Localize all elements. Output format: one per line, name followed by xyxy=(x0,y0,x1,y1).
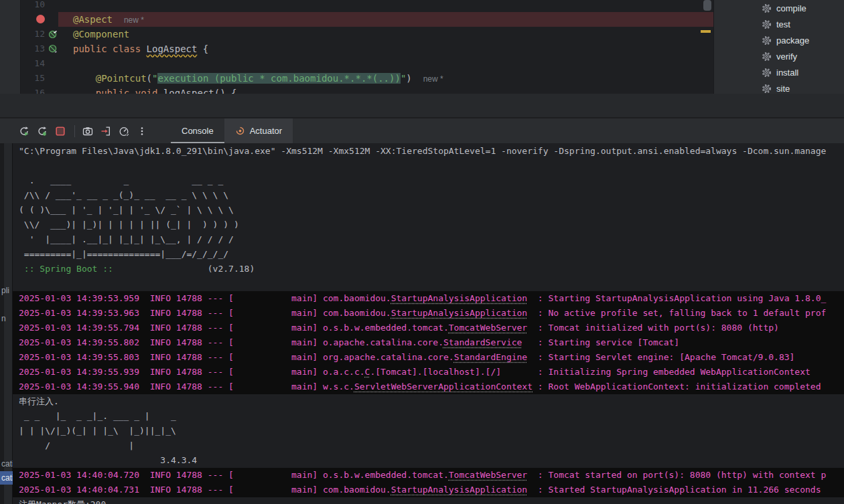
test-passed-icon[interactable] xyxy=(45,27,58,41)
services-tree-item[interactable]: pli xyxy=(0,284,13,297)
console-line: | | |\/|_)(_| | |_\ |_)||_|_\ xyxy=(13,424,844,438)
toolbar-separator xyxy=(74,125,75,137)
console-text: 2025-01-03 14:39:55.802 INFO 14788 --- [… xyxy=(19,337,443,347)
change-marker xyxy=(701,30,711,33)
console-line: 2025-01-03 14:39:55.803 INFO 14788 --- [… xyxy=(13,350,844,365)
class-hyperlink[interactable]: StartupAnalysisApplication xyxy=(391,293,528,303)
tab-actuator-label: Actuator xyxy=(250,126,282,136)
editor-line: 13public class LogAspect { xyxy=(21,41,713,56)
console-line: 2025-01-03 14:39:55.939 INFO 14788 --- [… xyxy=(13,365,844,380)
console-text: 2025-01-03 14:39:55.940 INFO 14788 --- [… xyxy=(19,382,354,392)
maven-panel: compiletestpackageverifyinstallsite xyxy=(713,0,844,94)
code-text: @Pointcut("execution (public * com.baomi… xyxy=(58,71,713,86)
console-text: ( ( )\___ | '_ | '_| | '_ \/ _` | \ \ \ … xyxy=(19,205,234,215)
console-text: / | xyxy=(19,440,182,450)
maven-goal-compile[interactable]: compile xyxy=(714,0,844,16)
code-text: public class LogAspect { xyxy=(58,41,713,56)
console-line: 串行注入. xyxy=(13,394,844,409)
gutter-spacer xyxy=(45,86,58,94)
editor-scrollbar[interactable] xyxy=(703,0,711,11)
maven-goal-label: verify xyxy=(776,52,797,62)
ide-window: 10@Aspect new *12@Component13public clas… xyxy=(0,0,844,504)
class-hyperlink[interactable]: ServletWebServerApplicationContext xyxy=(354,382,533,392)
console-text: 3.4.3.4 xyxy=(19,455,197,465)
line-number[interactable] xyxy=(21,12,45,27)
project-panel-edge xyxy=(0,0,21,94)
class-hyperlink[interactable]: TomcatWebServer xyxy=(449,323,527,333)
maven-goal-verify[interactable]: verify xyxy=(714,48,844,64)
tab-actuator[interactable]: Actuator xyxy=(224,118,293,143)
console-line: / | xyxy=(13,438,844,453)
gauge-icon[interactable] xyxy=(119,126,129,137)
maven-goal-label: compile xyxy=(776,3,806,13)
console-line: _ _ |_ _ _|_. ___ _ | _ xyxy=(13,409,844,424)
console-line: =========|_|==============|___/=/_/_/_/ xyxy=(13,247,844,262)
code-text: public void logAspect() { xyxy=(58,86,713,94)
class-hyperlink[interactable]: StandardEngine xyxy=(454,352,528,362)
editor-rows: 10@Aspect new *12@Component13public clas… xyxy=(21,0,713,94)
stop-icon[interactable] xyxy=(55,126,66,137)
line-number[interactable]: 14 xyxy=(21,56,45,71)
console-line: /\\ / ___'_ __ _ _(_)_ __ __ _ \ \ \ \ xyxy=(13,188,844,203)
maven-goal-label: site xyxy=(776,84,790,94)
rerun-icon[interactable] xyxy=(19,126,29,137)
attach-icon[interactable] xyxy=(100,126,111,137)
line-number[interactable]: 15 xyxy=(21,71,45,86)
console-text: 注册Mapper数量:200 xyxy=(19,499,106,504)
gear-icon xyxy=(762,68,772,78)
console-text: 串行注入. xyxy=(19,396,59,406)
code-text xyxy=(58,0,713,12)
console-text: 2025-01-03 14:39:53.963 INFO 14788 --- [… xyxy=(19,308,391,318)
code-editor[interactable]: 10@Aspect new *12@Component13public clas… xyxy=(21,0,713,94)
class-hyperlink[interactable]: StartupAnalysisApplication xyxy=(391,485,528,495)
breakpoint-icon[interactable] xyxy=(36,15,45,23)
class-hyperlink[interactable]: StartupAnalysisApplication xyxy=(391,308,528,318)
gear-icon xyxy=(762,35,772,46)
code-text: @Aspect new * xyxy=(58,12,713,27)
class-hyperlink[interactable]: StandardService xyxy=(443,337,522,347)
gutter-spacer[interactable] xyxy=(45,12,58,27)
line-number[interactable]: 12 xyxy=(21,27,45,41)
code-text: @Component xyxy=(58,27,713,41)
console-text: 2025-01-03 14:39:55.939 INFO 14788 --- [… xyxy=(19,367,365,377)
gutter-spacer xyxy=(45,0,58,12)
console-line: \\/ ___)| |_)| | | | | || (_| | ) ) ) ) xyxy=(13,218,844,232)
maven-goal-test[interactable]: test xyxy=(714,16,844,32)
actuator-icon xyxy=(235,126,245,136)
console-line: 2025-01-03 14:39:55.802 INFO 14788 --- [… xyxy=(13,335,844,350)
gear-icon xyxy=(762,84,772,94)
console-text: : No active profile set, falling back to… xyxy=(527,308,826,318)
console-text: 2025-01-03 14:40:04.731 INFO 14788 --- [… xyxy=(19,485,391,495)
console-text: /\\ / ___'_ __ _ _(_)_ __ __ _ \ \ \ \ xyxy=(19,190,228,200)
line-number[interactable]: 16 xyxy=(21,86,45,94)
tab-console[interactable]: Console xyxy=(171,118,224,143)
run-class-icon[interactable] xyxy=(45,41,58,56)
line-number[interactable]: 10 xyxy=(21,0,45,12)
console-text: : Tomcat started on port(s): 8080 (http)… xyxy=(527,470,826,480)
console-line: . ____ _ __ _ _ xyxy=(13,173,844,188)
services-tree-item[interactable]: n xyxy=(0,312,13,325)
run-toolbar-icons xyxy=(0,118,155,143)
class-hyperlink[interactable]: TomcatWebServer xyxy=(449,470,527,480)
line-number[interactable]: 13 xyxy=(21,41,45,56)
console-text: 2025-01-03 14:40:04.720 INFO 14788 --- [… xyxy=(19,470,449,480)
maven-goal-label: package xyxy=(776,35,809,46)
services-tree-item-selected[interactable]: cati xyxy=(0,471,13,485)
thread-dump-camera-icon[interactable] xyxy=(82,126,93,137)
console-text: . ____ _ __ _ _ xyxy=(19,175,223,185)
more-kebab-icon[interactable] xyxy=(137,126,147,137)
console-output-pane[interactable]: plincaticati "C:\Program Files\Java\jdk1… xyxy=(0,143,844,504)
console-text: : Starting Servlet engine: [Apache Tomca… xyxy=(527,352,794,362)
maven-lifecycle-list: compiletestpackageverifyinstallsite xyxy=(714,0,844,96)
console-text: \\/ ___)| |_)| | | | | || (_| | ) ) ) ) xyxy=(19,220,239,230)
console-text: 2025-01-03 14:39:53.959 INFO 14788 --- [… xyxy=(19,293,391,303)
console-line xyxy=(13,159,844,173)
run-toolbar: Console Actuator xyxy=(0,118,844,143)
console-text: | | |\/|_)(_| | |_\ |_)||_|_\ xyxy=(19,426,182,436)
maven-goal-install[interactable]: install xyxy=(714,64,844,80)
services-tree-item[interactable]: cati xyxy=(0,457,13,471)
editor-line: 15 @Pointcut("execution (public * com.ba… xyxy=(21,71,713,86)
maven-goal-package[interactable]: package xyxy=(714,32,844,48)
console-text: : Starting StartupAnalysisApplication us… xyxy=(527,293,826,303)
rerun-debug-icon[interactable] xyxy=(37,126,48,137)
